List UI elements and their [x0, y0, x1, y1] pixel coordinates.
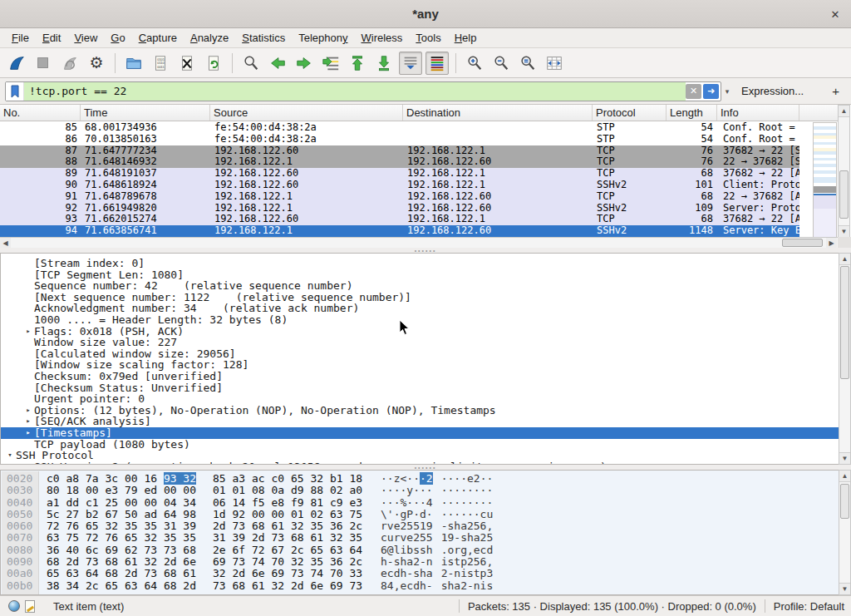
menu-wireless[interactable]: Wireless: [355, 29, 410, 47]
detail-line[interactable]: ▸[SEQ/ACK analysis]: [1, 416, 850, 427]
menu-telephony[interactable]: Telephony: [292, 29, 354, 47]
hex-row[interactable]: 00b038 34 2c 65 63 64 68 2d73 68 61 32 2…: [1, 580, 850, 592]
intelligent-scrollbar-minimap[interactable]: [813, 122, 837, 238]
packet-row-88[interactable]: 8871.648146932192.168.122.1192.168.122.6…: [0, 156, 799, 168]
auto-scroll-icon[interactable]: [399, 52, 422, 75]
column-header-time[interactable]: Time: [81, 105, 210, 121]
column-header-protocol[interactable]: Protocol: [593, 105, 667, 121]
detail-line[interactable]: Sequence number: 42 (relative sequence n…: [1, 280, 850, 292]
restart-capture-icon[interactable]: [58, 52, 81, 75]
hex-row[interactable]: 003080 18 00 e3 79 ed 00 0001 01 08 0a d…: [1, 485, 850, 496]
hex-row[interactable]: 008036 40 6c 69 62 73 73 682e 6f 72 67 2…: [1, 545, 850, 556]
capture-options-icon[interactable]: ⚙: [85, 52, 108, 75]
scroll-up-icon[interactable]: ▲: [839, 106, 849, 117]
menu-file[interactable]: File: [5, 29, 36, 47]
detail-line-ssh-protocol[interactable]: ▾SSH Protocol: [1, 450, 850, 461]
packet-row-86[interactable]: 8670.013850163fe:54:00:d4:38:2aSTP54Conf…: [0, 134, 799, 145]
scroll-down-icon[interactable]: ▼: [839, 452, 850, 464]
packet-list-horizontal-scrollbar[interactable]: ◀ ▶: [0, 237, 838, 248]
packet-row-93[interactable]: 9371.662015274192.168.122.60192.168.122.…: [0, 214, 799, 225]
capture-comment-icon[interactable]: [25, 600, 35, 613]
packet-row-89[interactable]: 8971.648191037192.168.122.60192.168.122.…: [0, 168, 799, 180]
packet-row-87[interactable]: 8771.647777234192.168.122.60192.168.122.…: [0, 145, 799, 157]
menu-capture[interactable]: Capture: [132, 29, 184, 47]
column-header-info[interactable]: Info: [717, 105, 799, 121]
zoom-out-icon[interactable]: [489, 52, 513, 75]
clear-filter-icon[interactable]: ✕: [686, 84, 701, 99]
scroll-up-icon[interactable]: ▲: [839, 471, 850, 482]
details-vertical-scrollbar[interactable]: ▲ ▼: [839, 253, 851, 465]
detail-line[interactable]: ▸Flags: 0x018 (PSH, ACK): [1, 326, 850, 338]
filter-history-caret-icon[interactable]: ▾: [721, 82, 733, 101]
detail-line[interactable]: Urgent pointer: 0: [1, 393, 850, 405]
menu-analyze[interactable]: Analyze: [184, 29, 235, 47]
hex-row[interactable]: 009068 2d 73 68 61 32 2d 6e69 73 74 70 3…: [1, 556, 850, 568]
menu-view[interactable]: View: [67, 29, 104, 47]
scrollbar-thumb[interactable]: [839, 170, 849, 219]
go-to-packet-icon[interactable]: [319, 52, 342, 75]
detail-line[interactable]: [TCP Segment Len: 1080]: [1, 269, 850, 281]
menu-help[interactable]: Help: [448, 29, 484, 47]
reload-file-icon[interactable]: [202, 52, 225, 75]
bookmark-icon[interactable]: [6, 82, 24, 101]
hex-row[interactable]: 006072 76 65 32 35 35 31 392d 73 68 61 3…: [1, 520, 850, 532]
zoom-original-icon[interactable]: [516, 52, 539, 75]
detail-line[interactable]: Window size value: 227: [1, 337, 850, 348]
scrollbar-thumb[interactable]: [840, 266, 849, 379]
menu-tools[interactable]: Tools: [409, 29, 447, 47]
start-capture-icon[interactable]: [5, 52, 28, 75]
save-file-icon[interactable]: 010101100011: [149, 52, 172, 75]
stop-capture-icon[interactable]: [32, 52, 55, 75]
column-header-no[interactable]: No.: [0, 105, 81, 121]
go-forward-icon[interactable]: [293, 52, 316, 75]
hex-row[interactable]: 007063 75 72 76 65 32 35 3531 39 2d 73 6…: [1, 532, 850, 544]
detail-line[interactable]: [Stream index: 0]: [1, 258, 850, 269]
scroll-right-icon[interactable]: ▶: [826, 238, 837, 248]
open-file-icon[interactable]: [122, 52, 145, 75]
packet-row-94-selected[interactable]: 9471.663856741192.168.122.1192.168.122.6…: [0, 225, 799, 237]
hex-vertical-scrollbar[interactable]: ▲ ▼: [839, 470, 851, 595]
scroll-left-icon[interactable]: ◀: [0, 238, 11, 248]
expression-button[interactable]: Expression...: [733, 85, 812, 97]
detail-line[interactable]: [Next sequence number: 1122 (relative se…: [1, 292, 850, 303]
detail-line[interactable]: [Window size scaling factor: 128]: [1, 359, 850, 371]
detail-line[interactable]: [Checksum Status: Unverified]: [1, 382, 850, 394]
hex-row[interactable]: 00a065 63 64 68 2d 73 68 6132 2d 6e 69 7…: [1, 568, 850, 579]
packet-row-92[interactable]: 9271.661949820192.168.122.1192.168.122.6…: [0, 203, 799, 214]
resize-columns-icon[interactable]: [543, 52, 566, 75]
display-filter-input[interactable]: [24, 82, 686, 101]
hex-row[interactable]: 0040a1 dd c1 25 00 00 04 3406 14 f5 e8 f…: [1, 497, 850, 509]
packet-row-85[interactable]: 8568.001734936fe:54:00:d4:38:2aSTP54Conf…: [0, 122, 799, 134]
close-file-icon[interactable]: [175, 52, 199, 75]
packet-list-vertical-scrollbar[interactable]: ▲ ▼: [838, 105, 850, 238]
detail-line[interactable]: Acknowledgment number: 34 (relative ack …: [1, 303, 850, 314]
scroll-down-icon[interactable]: ▼: [839, 225, 849, 237]
scrollbar-thumb[interactable]: [782, 239, 823, 247]
detail-line[interactable]: ▸Options: (12 bytes), No-Operation (NOP)…: [1, 405, 850, 416]
scroll-up-icon[interactable]: ▲: [839, 254, 850, 265]
colorize-icon[interactable]: [426, 52, 449, 75]
detail-line[interactable]: TCP payload (1080 bytes): [1, 439, 850, 451]
find-packet-icon[interactable]: [239, 52, 263, 75]
menu-edit[interactable]: Edit: [36, 29, 67, 47]
packet-row-90[interactable]: 9071.648618924192.168.122.60192.168.122.…: [0, 180, 799, 191]
scrollbar-thumb[interactable]: [840, 484, 849, 519]
detail-line[interactable]: 1000 .... = Header Length: 32 bytes (8): [1, 314, 850, 326]
detail-line[interactable]: [Calculated window size: 29056]: [1, 348, 850, 360]
menu-statistics[interactable]: Statistics: [235, 29, 292, 47]
column-header-source[interactable]: Source: [210, 105, 403, 121]
detail-line[interactable]: Checksum: 0x79ed [unverified]: [1, 371, 850, 382]
hex-row[interactable]: 00505c 27 b2 67 50 ad 64 981d 92 00 00 0…: [1, 509, 850, 520]
go-first-icon[interactable]: [346, 52, 369, 75]
zoom-in-icon[interactable]: [463, 52, 486, 75]
add-filter-button[interactable]: +: [825, 84, 846, 98]
go-back-icon[interactable]: [266, 52, 289, 75]
column-header-destination[interactable]: Destination: [403, 105, 593, 121]
column-header-length[interactable]: Length: [667, 105, 717, 121]
close-icon[interactable]: ✕: [828, 7, 843, 22]
packet-row-91[interactable]: 9171.648789678192.168.122.1192.168.122.6…: [0, 191, 799, 203]
expert-info-icon[interactable]: [8, 600, 20, 612]
hex-row[interactable]: 0020c0 a8 7a 3c 00 16 93 3285 a3 ac c0 6…: [1, 473, 850, 485]
status-profile[interactable]: Profile: Default: [774, 600, 844, 613]
detail-line-timestamps-selected[interactable]: ▸[Timestamps]: [1, 427, 839, 439]
